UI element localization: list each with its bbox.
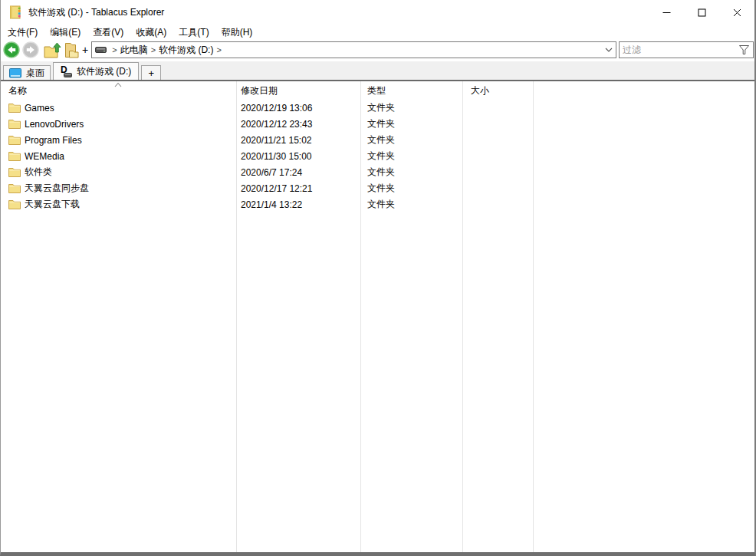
file-name: 软件类 bbox=[25, 166, 52, 179]
tab-label: 软件游戏 (D:) bbox=[77, 65, 131, 78]
app-window: 软件游戏 (D:) - Tablacus Explorer 文件(F) 编辑(E… bbox=[0, 0, 756, 556]
table-row[interactable]: 天翼云盘下载 2021/1/4 13:22 文件夹 bbox=[1, 196, 754, 212]
address-bar[interactable]: > 此电脑 > 软件游戏 (D:) > bbox=[91, 41, 616, 58]
file-name: 天翼云盘同步盘 bbox=[25, 182, 89, 195]
table-row[interactable]: Games 2020/12/19 13:06 文件夹 bbox=[1, 100, 754, 116]
window-title: 软件游戏 (D:) - Tablacus Explorer bbox=[28, 6, 164, 19]
forward-icon bbox=[22, 41, 39, 58]
menu-tools[interactable]: 工具(T) bbox=[173, 25, 215, 41]
column-separator[interactable] bbox=[360, 81, 361, 552]
file-type: 文件夹 bbox=[360, 101, 462, 114]
list-header: 名称 修改日期 类型 大小 bbox=[1, 81, 754, 100]
table-row[interactable]: 天翼云盘同步盘 2020/12/17 12:21 文件夹 bbox=[1, 180, 754, 196]
file-modified: 2020/12/17 12:21 bbox=[236, 183, 360, 194]
forward-button[interactable] bbox=[21, 41, 40, 59]
breadcrumb-this-pc[interactable]: 此电脑 bbox=[120, 44, 148, 57]
file-type: 文件夹 bbox=[360, 182, 462, 195]
folders-icon bbox=[62, 41, 81, 59]
file-list: 名称 修改日期 类型 大小 Games 2020/12/19 13:06 文件夹… bbox=[1, 81, 754, 552]
column-separator[interactable] bbox=[533, 81, 534, 552]
folder-icon bbox=[8, 167, 21, 177]
folder-icon bbox=[8, 135, 21, 145]
sort-ascending-icon bbox=[113, 82, 123, 87]
file-type: 文件夹 bbox=[360, 117, 462, 130]
file-type: 文件夹 bbox=[360, 133, 462, 146]
add-group-button[interactable]: + bbox=[82, 44, 88, 56]
desktop-icon bbox=[9, 68, 21, 78]
file-modified: 2021/1/4 13:22 bbox=[236, 199, 360, 210]
folder-icon bbox=[8, 151, 21, 161]
tab-label: 桌面 bbox=[26, 67, 44, 80]
file-type: 文件夹 bbox=[360, 166, 462, 179]
maximize-button[interactable] bbox=[684, 0, 719, 25]
menu-view[interactable]: 查看(V) bbox=[87, 25, 130, 41]
folder-icon bbox=[8, 103, 21, 113]
filter-box bbox=[619, 41, 754, 58]
back-icon bbox=[3, 41, 20, 58]
tab-desktop[interactable]: 桌面 bbox=[3, 65, 51, 80]
menu-file[interactable]: 文件(F) bbox=[2, 25, 44, 41]
column-header-modified[interactable]: 修改日期 bbox=[236, 84, 360, 97]
new-tab-label: + bbox=[149, 67, 155, 79]
filter-input[interactable] bbox=[620, 44, 737, 55]
table-row[interactable]: LenovoDrivers 2020/12/12 23:43 文件夹 bbox=[1, 116, 754, 132]
menu-favorites[interactable]: 收藏(A) bbox=[130, 25, 173, 41]
file-modified: 2020/12/19 13:06 bbox=[236, 103, 360, 114]
drive-d-icon: D bbox=[61, 66, 72, 77]
titlebar: 软件游戏 (D:) - Tablacus Explorer bbox=[1, 0, 754, 25]
folders-button[interactable] bbox=[61, 41, 81, 59]
menu-help[interactable]: 帮助(H) bbox=[215, 25, 259, 41]
menu-edit[interactable]: 编辑(E) bbox=[44, 25, 87, 41]
minimize-icon bbox=[662, 8, 671, 17]
app-icon bbox=[8, 5, 22, 19]
tab-drive-d[interactable]: D 软件游戏 (D:) bbox=[53, 62, 139, 80]
column-header-size[interactable]: 大小 bbox=[462, 84, 533, 97]
column-separator[interactable] bbox=[236, 81, 237, 552]
close-icon bbox=[733, 8, 741, 17]
breadcrumb-separator: > bbox=[216, 45, 221, 54]
up-folder-icon bbox=[43, 41, 61, 59]
close-button[interactable] bbox=[719, 0, 754, 25]
file-name: 天翼云盘下载 bbox=[25, 198, 80, 211]
filter-icon[interactable] bbox=[738, 44, 750, 55]
table-row[interactable]: 软件类 2020/6/7 17:24 文件夹 bbox=[1, 164, 754, 180]
up-button[interactable] bbox=[42, 41, 61, 59]
file-modified: 2020/11/30 15:00 bbox=[236, 151, 360, 162]
file-type: 文件夹 bbox=[360, 150, 462, 163]
menubar: 文件(F) 编辑(E) 查看(V) 收藏(A) 工具(T) 帮助(H) bbox=[1, 25, 754, 40]
breadcrumb-current-drive[interactable]: 软件游戏 (D:) bbox=[159, 44, 213, 57]
file-name: Games bbox=[25, 103, 54, 114]
file-modified: 2020/6/7 17:24 bbox=[236, 167, 360, 178]
file-name: LenovoDrivers bbox=[25, 119, 84, 130]
back-button[interactable] bbox=[2, 41, 21, 59]
table-row[interactable]: Program Files 2020/11/21 15:02 文件夹 bbox=[1, 132, 754, 148]
table-row[interactable]: WEMedia 2020/11/30 15:00 文件夹 bbox=[1, 148, 754, 164]
breadcrumb-separator: > bbox=[112, 45, 117, 54]
file-name: Program Files bbox=[25, 135, 82, 146]
breadcrumb-separator: > bbox=[151, 45, 156, 54]
folder-icon bbox=[8, 183, 21, 193]
column-separator[interactable] bbox=[462, 81, 463, 552]
file-type: 文件夹 bbox=[360, 198, 462, 211]
minimize-button[interactable] bbox=[649, 0, 684, 25]
address-dropdown-button[interactable] bbox=[602, 42, 616, 58]
window-controls bbox=[649, 0, 754, 25]
tab-bar: 桌面 D 软件游戏 (D:) + bbox=[1, 61, 754, 81]
new-tab-button[interactable]: + bbox=[141, 65, 161, 80]
folder-icon bbox=[8, 199, 21, 209]
folder-icon bbox=[8, 119, 21, 129]
file-modified: 2020/11/21 15:02 bbox=[236, 135, 360, 146]
file-modified: 2020/12/12 23:43 bbox=[236, 119, 360, 130]
file-name: WEMedia bbox=[25, 151, 64, 162]
column-header-type[interactable]: 类型 bbox=[360, 84, 462, 97]
maximize-icon bbox=[698, 8, 706, 17]
chevron-down-icon bbox=[605, 48, 613, 52]
toolbar: + > 此电脑 > 软件游戏 (D:) > bbox=[1, 40, 754, 61]
drive-icon bbox=[95, 46, 107, 54]
